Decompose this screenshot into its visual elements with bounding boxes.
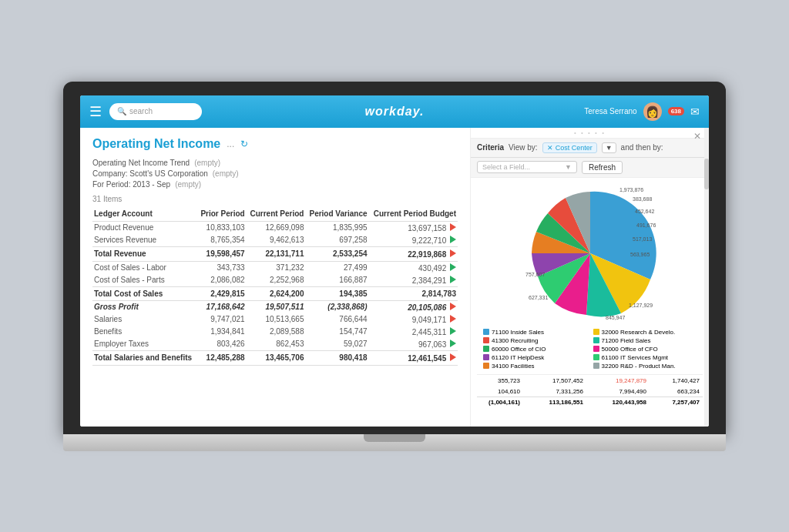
col-header-current: Current Period [247,206,306,222]
cell-variance: 59,027 [305,338,368,351]
cell-variance: 697,258 [305,234,368,247]
refresh-small-icon[interactable]: ↻ [240,139,248,149]
legend-item-8: 61100 IT Services Mgmt [593,354,697,361]
notification-badge: 638 [668,107,684,115]
meta-label-3: For Period: 2013 - Sep [92,180,170,189]
flag-icon [450,340,456,347]
legend-item-2: 32000 Research & Develo. [593,329,697,336]
pie-chart: 383,688 452,642 491,676 517,013 563,965 … [513,184,667,323]
meta-row-1: Operating Net Income Trend (empty) [92,159,458,167]
cell-variance: 154,747 [305,326,368,338]
table-row: Services Revenue 8,765,354 9,462,613 697… [92,234,458,247]
cell-budget: 2,814,783 [369,286,458,300]
extra-data-row-2: 104,610 7,331,256 7,994,490 663,234 [477,386,703,396]
cell-variance: 766,644 [305,313,368,326]
cell-variance: 27,499 [305,261,368,274]
extra-cell-5: 104,610 [480,388,520,395]
extra-cell-2: 17,507,452 [523,377,583,384]
scrollbar-thumb[interactable] [704,159,709,189]
cell-current: 371,232 [247,261,306,274]
meta-value-1: (empty) [194,159,220,167]
criteria-second-row: Select a Field... ▼ Refresh [471,158,709,178]
refresh-button[interactable]: Refresh [582,161,623,174]
extra-data-total-row: (1,004,161) 113,186,551 120,443,958 7,25… [477,396,703,407]
legend-label-3: 41300 Recruiting [492,337,538,344]
meta-label-1: Operating Net Income Trend [92,159,190,167]
search-icon: 🔍 [117,107,126,115]
cell-prior: 12,485,288 [197,350,247,365]
pie-label-4: 517,013 [633,236,652,242]
legend-label-10: 32200 R&D - Product Man. [602,363,676,370]
app-content: Operating Net Income ... ↻ Operating Net… [80,128,709,427]
search-bar[interactable]: 🔍 search [109,103,202,120]
close-panel-button[interactable]: ✕ [693,131,701,142]
chart-legend: 71100 Inside Sales 32000 Research & Deve… [477,329,703,370]
cost-center-tag[interactable]: ✕ Cost Center [542,142,597,153]
cell-account: Employer Taxes [92,338,197,351]
bell-icon[interactable]: ✉ [690,105,700,118]
gross-profit-row: Gross Profit 17,168,642 19,507,511 (2,33… [92,300,458,313]
legend-label-4: 71200 Field Sales [602,337,651,344]
search-input[interactable]: search [129,107,153,115]
legend-label-5: 60000 Office of CIO [492,346,546,353]
pie-label-8: 845,947 [606,315,625,320]
laptop-base [63,434,726,451]
page-title-row: Operating Net Income ... ↻ [92,137,458,151]
meta-label-2: Company: Scott's US Corporation [92,169,208,178]
legend-item-6: 50000 Office of CFO [593,346,697,353]
cost-center-dropdown[interactable]: ▼ [602,142,616,153]
pie-label-2: 452,642 [635,209,654,214]
extra-cell-8: 663,234 [650,388,700,395]
app-header: ☰ 🔍 search workday. Teresa Serrano 👩 638… [80,95,709,128]
cell-account: Total Salaries and Benefits [92,350,197,365]
extra-data-row-1: 355,723 17,507,452 19,247,879 1,740,427 [477,374,703,386]
legend-item-9: 34100 Facilities [483,363,587,370]
legend-item-3: 41300 Recruiting [483,337,587,344]
extra-total-3: 120,443,958 [586,399,646,406]
cost-center-close[interactable]: ✕ [547,144,553,152]
cost-center-label: Cost Center [556,144,593,152]
legend-color-2 [593,329,599,335]
legend-color-10 [593,363,599,369]
legend-color-7 [483,354,489,360]
legend-label-9: 34100 Facilities [492,363,535,370]
cell-variance: (2,338,868) [305,300,368,313]
extra-cell-1: 355,723 [480,377,520,384]
right-panel: • • • • • ✕ Criteria View by: ✕ Cost Cen… [470,128,709,427]
col-header-account: Ledger Account [92,206,197,222]
extra-total-1: (1,004,161) [480,399,520,406]
cell-prior: 8,765,354 [197,234,247,247]
hamburger-icon[interactable]: ☰ [89,103,102,120]
title-options[interactable]: ... [227,139,234,149]
cell-variance: 2,533,254 [305,246,368,261]
flag-icon [450,223,456,231]
extra-total-2: 113,186,551 [523,399,583,406]
legend-item-4: 71200 Field Sales [593,337,697,344]
cell-account: Gross Profit [92,300,197,313]
screen-bezel: ☰ 🔍 search workday. Teresa Serrano 👩 638… [63,82,726,434]
cell-current: 2,089,588 [247,326,306,338]
legend-color-4 [593,337,599,343]
cell-budget: 22,919,868 [369,246,458,261]
cell-current: 13,465,706 [247,350,306,365]
cell-prior: 9,747,021 [197,313,247,326]
cell-prior: 1,934,841 [197,326,247,338]
legend-label-7: 61120 IT HelpDesk [492,354,544,361]
col-header-prior: Prior Period [197,206,247,222]
view-by-label: View by: [509,143,538,152]
criteria-bar: Criteria View by: ✕ Cost Center ▼ and th… [471,139,709,158]
criteria-label: Criteria [477,143,504,152]
extra-cell-7: 7,994,490 [586,388,646,395]
cell-current: 862,453 [247,338,306,351]
legend-color-5 [483,346,489,352]
pie-label-10: 1,973,876 [619,187,643,192]
page-title: Operating Net Income [92,137,220,151]
dotted-divider: • • • • • [471,128,709,139]
cell-current: 10,513,665 [247,313,306,326]
legend-color-1 [483,329,489,335]
cell-budget: 12,461,545 [369,350,458,365]
workday-logo: workday. [365,105,425,119]
extra-cell-3: 19,247,879 [586,377,646,384]
field-select[interactable]: Select a Field... ▼ [477,161,577,173]
cell-variance: 1,835,995 [305,221,368,234]
